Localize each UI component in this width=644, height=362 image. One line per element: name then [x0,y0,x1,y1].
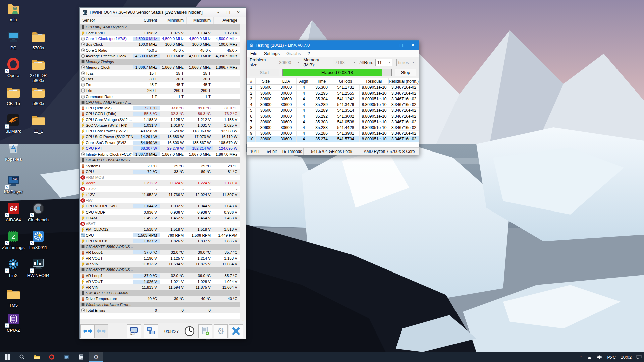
desktop-icon-recycle-bin[interactable]: Корзина [1,142,26,162]
desktop-icon-5800x[interactable]: 5800x [25,86,51,106]
network-tray-icon[interactable] [584,352,595,362]
vertical-scrollbar[interactable]: ⌄ [240,24,246,323]
sensor-row[interactable]: CPU Core Power (SVI2 T...40.658 W2.620 W… [80,128,240,134]
desktop-icon-5700x[interactable]: 5700x [25,31,51,50]
desktop-icon-zentimings[interactable]: Z↖ZenTimings [1,230,26,250]
sensor-section-row[interactable]: CPU [#0]: AMD Ryzen 7 ... [80,99,240,105]
linx-result-row[interactable]: 33060030600435.304541.12428.809051e-103.… [247,96,419,102]
sensor-row[interactable]: Trfc260 T260 T260 T [80,88,240,94]
minimize-button[interactable]: — [384,41,396,50]
volume-tray-icon[interactable] [595,352,605,362]
sensor-row[interactable]: VBAT---- [80,221,240,227]
linx-result-row[interactable]: 23060030600435.295541.25558.809051e-103.… [247,90,419,96]
sensor-row[interactable]: VR VIN11.813 V11.594 V11.875 V11.664 V [80,284,240,290]
sensor-section-row[interactable]: Memory Timings [80,59,240,65]
sensor-row[interactable]: +12V11.952 V11.736 V12.024 V11.807 V [80,192,240,197]
run-units-select[interactable]: times▾ [396,59,416,66]
search-button[interactable] [15,352,30,362]
desktop-icon-kmplayer[interactable]: KMP↖KMPlayer [1,175,26,194]
desktop-icon-cinebench[interactable]: ↖Cinebench [25,202,51,222]
hwinfo-titlebar[interactable]: HWiNFO64 v7.36-4960 Sensor Status [192 v… [80,8,246,17]
sensor-row[interactable]: Memory Clock1,866.7 MHz1,866.7 MHz1,866.… [80,65,240,70]
back-forward-button[interactable] [80,324,95,338]
sensor-section-row[interactable]: GIGABYTE B550 AORUS ... [80,244,240,250]
sensor-row[interactable]: Average Effective Clock4,500.0 MHz60.9 M… [80,53,240,59]
linx-result-row[interactable]: 103060030600435.274541.57048.809051e-103… [247,136,419,142]
sensor-row[interactable]: CPU PPT68.307 W29.279 W152.214 W124.095 … [80,145,240,151]
desktop-icon-cpuz[interactable]: ↖CPU-Z [1,313,26,333]
sensor-row[interactable]: CPU (Tctl/Tdie)72.1 °C33.8 °C89.0 °C81.0… [80,105,240,111]
sensor-row[interactable]: Core 1 Clock (perf #7/8)4,500.0 MHz4,500… [80,36,240,42]
desktop-icon-11-1[interactable]: 11_1 [25,114,51,134]
menu-file[interactable]: File [247,51,261,56]
sensor-row[interactable]: PM_CLDO121.518 V1.518 V1.518 V1.518 V [80,227,240,232]
maximize-button[interactable]: □ [223,10,233,15]
linx-result-row[interactable]: 93060030600435.286541.39018.809051e-103.… [247,131,419,136]
sensor-row[interactable]: VR Loop137.0 °C32.0 °C39.0 °C35.7 °C [80,250,240,255]
column-minimum[interactable]: Minimum [160,17,186,24]
sensor-row[interactable]: Core+SoC Power (SVI2 ...54.949 W16.303 W… [80,140,240,145]
sensor-row[interactable]: CPU Core Voltage (SVI2 ...1.188 V1.125 V… [80,117,240,122]
sensor-row[interactable]: VR VOUT1.190 V1.125 V1.214 V1.153 V [80,255,240,261]
sensor-row[interactable]: System129 °C29 °C29 °C29 °C [80,163,240,169]
linx-result-row[interactable]: 83060030600435.283541.44288.809051e-103.… [247,125,419,131]
column-average[interactable]: Average [213,17,240,24]
language-indicator[interactable]: РУС [605,352,618,362]
desktop-icon-cb15[interactable]: CB_15 [1,86,26,106]
settings-button[interactable]: ⚙ [214,324,228,338]
sensor-row[interactable]: DRAM1.452 V1.452 V1.464 V1.453 V [80,215,240,221]
desktop-icon-2x16-dr-5800x[interactable]: 2x16 DR 5800x [25,58,51,83]
memory-select[interactable]: 7168▾ [333,59,357,66]
calculator-button[interactable] [74,352,89,362]
desktop-icon-min[interactable]: min [1,3,26,22]
sensor-section-row[interactable]: Windows Hardware Error... [80,302,240,307]
exit-button[interactable] [229,324,243,338]
sensor-row[interactable]: Tras30 T30 T30 T [80,76,240,82]
sensor-row[interactable]: CPU VDDP0.936 V0.936 V0.936 V0.936 V [80,209,240,215]
start-button[interactable] [0,352,15,362]
maximize-button[interactable]: □ [396,41,407,50]
app-window-button[interactable] [59,352,74,362]
sensor-row[interactable]: CPU SoC Power (SVI2 TFN)14.291 W13.683 W… [80,134,240,140]
run-count-select[interactable]: 11▾ [375,59,392,66]
sensor-row[interactable]: +3.3V---- [80,186,240,192]
problem-size-select[interactable]: 30600▾ [277,59,301,66]
linx-result-row[interactable]: 53060030600435.289541.35148.809051e-103.… [247,108,419,113]
clock-indicator[interactable]: 10:02 [618,352,634,362]
close-button[interactable]: ✕ [407,41,419,50]
sensor-row[interactable]: Trc45 T45 T45 T [80,82,240,88]
desktop-icon-opera[interactable]: ↖Opera [1,58,26,78]
sensor-section-row[interactable]: CPU [#0]: AMD Ryzen 7 ... [80,24,240,30]
sensor-section-row[interactable]: GIGABYTE B550 AORUS ... [80,157,240,163]
menu-graphs[interactable]: Graphs [283,51,304,56]
desktop-icon-linx0911[interactable]: ↖LinX0911 [25,230,51,250]
sensor-row[interactable]: Vcore1.212 V0.324 V1.224 V1.171 V [80,180,240,186]
remote-monitoring-button[interactable] [144,324,158,338]
hwinfo-taskbar-button[interactable]: ⚙ [89,352,103,362]
sensor-row[interactable]: VR VIN11.813 V11.594 V11.875 V11.664 V [80,261,240,267]
sensor-row[interactable]: VRM MOS---- [80,175,240,180]
sensor-row[interactable]: +5V---- [80,198,240,203]
column-sensor[interactable]: Sensor [80,17,133,24]
sensor-row[interactable]: Bus Clock100.0 MHz100.0 MHz100.0 MHz100.… [80,42,240,47]
clock-button[interactable] [182,324,197,338]
desktop-icon-pc[interactable]: PC [1,31,26,50]
desktop-icon-linx[interactable]: ↖LinX [1,258,26,278]
opera-button[interactable] [44,352,59,362]
sensor-row[interactable]: CPU VDD181.837 V1.826 V1.837 V1.835 V [80,238,240,244]
sensor-row[interactable]: CPU72 °C33 °C89 °C81 °C [80,169,240,174]
column-current[interactable]: Current [133,17,160,24]
scroll-down-icon[interactable]: ⌄ [240,317,246,323]
linx-result-row[interactable]: 13060030600435.300541.17318.809051e-103.… [247,85,419,90]
sensor-row[interactable]: CPU VCORE SoC1.044 V1.032 V1.044 V1.043 … [80,203,240,209]
linx-result-row[interactable]: 73060030600435.308541.05388.809051e-103.… [247,119,419,125]
sensor-row[interactable]: Tcas15 T15 T15 T [80,70,240,76]
sensor-row[interactable]: Core 0 VID1.098 V1.075 V1.134 V1.120 V [80,30,240,36]
menu-settings[interactable]: Settings [261,51,283,56]
desktop-icon-hwinfo64[interactable]: ↖HWiNFO64 [25,258,51,278]
column-maximum[interactable]: Maximum [186,17,213,24]
sensor-section-row[interactable]: GIGABYTE B550 AORUS ... [80,267,240,273]
linx-result-row[interactable]: 43060030600435.289541.34798.809051e-103.… [247,102,419,108]
stop-button[interactable]: Stop [395,69,416,76]
tray-overflow-chevron[interactable]: ⌃ [577,352,584,362]
